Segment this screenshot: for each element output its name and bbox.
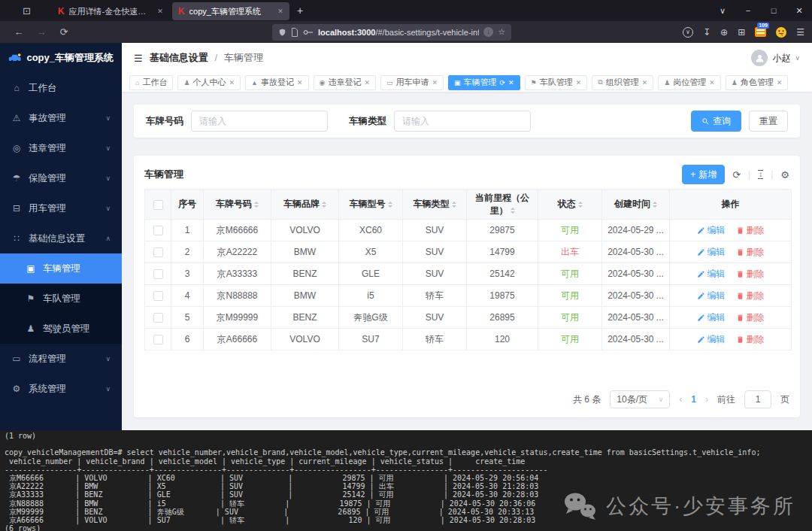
tab-chip[interactable]: ▭用车申请✕ (380, 75, 444, 90)
kingbase-extension-icon[interactable]: 109 (755, 27, 766, 37)
edit-button[interactable]: 编辑 (697, 290, 726, 302)
close-tab-icon[interactable]: ✕ (277, 8, 283, 15)
column-header[interactable]: 车辆型号 (339, 190, 403, 220)
sort-carets-icon[interactable] (578, 199, 583, 210)
tab-list-chevron-icon[interactable]: ∨ (710, 6, 735, 16)
sidebar-item[interactable]: ⚑车队管理 (0, 284, 122, 314)
breadcrumb-root[interactable]: 基础信息设置 (150, 51, 208, 65)
page-size-select[interactable]: 10条/页 ∨ (610, 390, 670, 408)
page-action-icon[interactable]: ↓ (483, 27, 493, 37)
close-icon[interactable]: ✕ (709, 79, 715, 86)
refresh-icon[interactable]: ⟳ (732, 169, 741, 181)
tab-chip[interactable]: ♟角色管理✕ (726, 75, 789, 90)
close-icon[interactable]: ✕ (229, 79, 235, 86)
edit-button[interactable]: 编辑 (697, 246, 726, 259)
column-header[interactable]: 车辆品牌 (271, 190, 339, 220)
tab-chip[interactable]: ♟岗位管理✕ (658, 75, 721, 90)
column-header[interactable]: 当前里程（公里） (467, 190, 538, 220)
page-info-icon[interactable] (291, 28, 298, 37)
refresh-icon[interactable]: ⟳ (500, 79, 506, 86)
bookmark-star-icon[interactable]: ☆ (498, 27, 505, 37)
forward-icon[interactable]: → (30, 26, 53, 38)
browser-tab[interactable]: Kcopy_车辆管理系统✕ (172, 2, 289, 20)
menu-hamburger-icon[interactable]: ☰ (796, 27, 804, 38)
edit-button[interactable]: 编辑 (697, 224, 726, 237)
close-tab-icon[interactable]: ✕ (157, 8, 163, 15)
row-checkbox[interactable] (153, 335, 163, 344)
sort-carets-icon[interactable] (254, 199, 259, 210)
downloads-icon[interactable]: ↧ (703, 27, 710, 38)
close-icon[interactable]: ✕ (432, 79, 438, 86)
column-header[interactable] (145, 190, 171, 220)
sort-carets-icon[interactable] (322, 199, 326, 210)
column-settings-gear-icon[interactable]: ⚙ (780, 169, 789, 181)
column-header[interactable]: 状态 (538, 190, 602, 220)
row-checkbox[interactable] (153, 291, 163, 301)
extensions-puzzle-icon[interactable]: ⊞ (738, 27, 745, 38)
tab-chip[interactable]: ▣车辆管理⟳✕ (448, 75, 520, 90)
globe-extension-icon[interactable]: ⊕ (720, 27, 728, 38)
tab-chip[interactable]: ♟个人中心✕ (177, 75, 241, 90)
back-icon[interactable]: ← (8, 26, 30, 38)
sort-carets-icon[interactable] (653, 199, 657, 210)
tab-chip[interactable]: ◉违章登记✕ (314, 75, 376, 90)
close-window-button[interactable]: ✕ (786, 6, 812, 16)
delete-button[interactable]: 删除 (736, 224, 765, 237)
pocket-icon[interactable]: ∨ (683, 27, 693, 38)
row-checkbox[interactable] (153, 247, 163, 257)
reload-icon[interactable]: ⟳ (53, 26, 75, 38)
page-number[interactable]: 1 (691, 394, 696, 405)
shield-icon[interactable] (278, 28, 286, 37)
tab-chip[interactable]: ⚑车队管理✕ (525, 75, 588, 90)
sort-carets-icon[interactable] (452, 199, 456, 210)
sidebar-item[interactable]: ∷基础信息设置∧ (0, 223, 122, 253)
collapse-sidebar-icon[interactable]: ☰ (134, 53, 143, 64)
row-checkbox[interactable] (153, 269, 163, 279)
close-icon[interactable]: ✕ (576, 79, 582, 86)
edit-button[interactable]: 编辑 (697, 311, 726, 324)
column-header[interactable]: 车辆类型 (403, 190, 467, 220)
sidebar-item[interactable]: ⚙系统管理∨ (0, 374, 122, 404)
row-checkbox[interactable] (153, 313, 163, 323)
delete-button[interactable]: 删除 (736, 333, 765, 346)
sidebar-item[interactable]: ⚠事故管理∨ (0, 103, 122, 133)
delete-button[interactable]: 删除 (736, 290, 765, 302)
reset-button[interactable]: 重置 (749, 111, 788, 132)
minimize-button[interactable]: − (735, 6, 761, 15)
row-checkbox[interactable] (153, 226, 163, 235)
url-bar[interactable]: localhost:3000/#/basic-settings/t-vehicl… (272, 24, 511, 41)
plate-number-input[interactable] (191, 111, 328, 132)
sidebar-item[interactable]: ☂保险管理∨ (0, 163, 122, 193)
close-icon[interactable]: ✕ (642, 79, 648, 86)
browser-tab[interactable]: K应用详情-金仓快速开发与运维✕ (52, 2, 169, 20)
tab-chip[interactable]: ⧉组织管理✕ (592, 75, 653, 90)
close-icon[interactable]: ✕ (508, 79, 514, 86)
sidebar-item[interactable]: ⊟用车管理∨ (0, 193, 122, 223)
user-menu[interactable]: 小赵 ∨ (751, 50, 800, 66)
close-icon[interactable]: ✕ (297, 79, 303, 86)
sidebar-item[interactable]: ⌂工作台 (0, 73, 122, 103)
vehicle-type-input[interactable] (394, 111, 531, 132)
query-button[interactable]: 查询 (691, 111, 741, 132)
sidebar-item[interactable]: ◎违章管理∨ (0, 133, 122, 163)
prev-page-icon[interactable]: ‹ (679, 394, 682, 405)
sidebar-item[interactable]: ♟驾驶员管理 (0, 314, 122, 344)
sidebar-item[interactable]: ▭流程管理∨ (0, 344, 122, 374)
sort-carets-icon[interactable] (388, 199, 392, 210)
goto-page-input[interactable] (744, 390, 771, 408)
next-page-icon[interactable]: › (705, 394, 708, 405)
select-all-checkbox[interactable] (153, 200, 163, 210)
delete-button[interactable]: 删除 (736, 268, 765, 281)
column-header[interactable]: 车牌号码 (204, 190, 271, 220)
edit-button[interactable]: 编辑 (697, 268, 726, 281)
close-icon[interactable]: ✕ (777, 79, 783, 86)
url-text[interactable]: localhost:3000/#/basic-settings/t-vehicl… (318, 28, 479, 37)
tab-chip[interactable]: ⌂工作台 (129, 75, 173, 90)
density-icon[interactable]: ↕ (758, 170, 763, 179)
edit-button[interactable]: 编辑 (697, 333, 726, 346)
column-header[interactable]: 创建时间 (602, 190, 670, 220)
new-tab-button[interactable]: + (297, 5, 303, 17)
terminal-window[interactable]: (1 row) copy_vehicleManagementDB=# selec… (0, 430, 812, 531)
sidebar-item[interactable]: ▣车辆管理 (0, 253, 122, 284)
sort-carets-icon[interactable] (511, 205, 515, 216)
